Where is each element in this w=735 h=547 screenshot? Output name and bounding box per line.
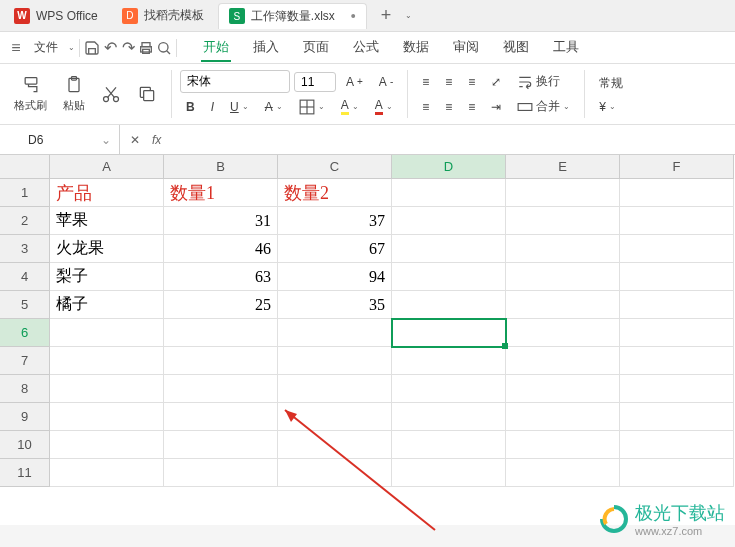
cell-c4[interactable]: 94 [278,263,392,291]
undo-icon[interactable]: ↶ [102,40,118,56]
align-left-button[interactable]: ≡ [416,97,435,117]
font-family-select[interactable]: 宋体 [180,70,290,93]
cell[interactable] [620,459,734,487]
row-header[interactable]: 9 [0,403,50,431]
cell[interactable] [392,459,506,487]
cell-d3[interactable] [392,235,506,263]
cell-b6[interactable] [164,319,278,347]
cell[interactable] [392,431,506,459]
merge-button[interactable]: 合并⌄ [511,95,576,118]
cut-button[interactable] [95,80,127,108]
cell-f6[interactable] [620,319,734,347]
tab-overflow-icon[interactable]: ⌄ [405,11,412,20]
cell-c3[interactable]: 67 [278,235,392,263]
cell[interactable] [164,459,278,487]
save-icon[interactable] [84,40,100,56]
cell-b3[interactable]: 46 [164,235,278,263]
cell[interactable] [50,347,164,375]
ribbon-tab-formula[interactable]: 公式 [351,34,381,62]
currency-button[interactable]: ¥⌄ [593,97,622,117]
cell[interactable] [164,347,278,375]
format-painter-button[interactable]: 格式刷 [8,71,53,117]
row-header[interactable]: 8 [0,375,50,403]
cell-b5[interactable]: 25 [164,291,278,319]
ribbon-tab-page[interactable]: 页面 [301,34,331,62]
cell-d2[interactable] [392,207,506,235]
font-color-button[interactable]: A⌄ [369,95,399,118]
cell[interactable] [620,347,734,375]
col-header-d[interactable]: D [392,155,506,179]
align-bottom-button[interactable]: ≡ [462,72,481,92]
cell-a6[interactable] [50,319,164,347]
align-center-button[interactable]: ≡ [439,97,458,117]
cell[interactable] [278,431,392,459]
col-header-b[interactable]: B [164,155,278,179]
align-top-button[interactable]: ≡ [416,72,435,92]
cell-a2[interactable]: 苹果 [50,207,164,235]
ribbon-tab-start[interactable]: 开始 [201,34,231,62]
cell[interactable] [164,403,278,431]
fill-color-button[interactable]: A⌄ [335,95,365,118]
italic-button[interactable]: I [205,97,220,117]
cell-f5[interactable] [620,291,734,319]
paste-button[interactable]: 粘贴 [57,71,91,117]
underline-button[interactable]: U⌄ [224,97,255,117]
cell-d1[interactable] [392,179,506,207]
cell-c1[interactable]: 数量2 [278,179,392,207]
cancel-icon[interactable]: ✕ [130,133,140,147]
selection-handle[interactable] [502,343,508,349]
cell-b2[interactable]: 31 [164,207,278,235]
cell-e3[interactable] [506,235,620,263]
cell[interactable] [392,347,506,375]
cell-a4[interactable]: 梨子 [50,263,164,291]
cell-b4[interactable]: 63 [164,263,278,291]
row-header[interactable]: 5 [0,291,50,319]
cell[interactable] [392,403,506,431]
name-box[interactable]: D6 [0,125,120,154]
cell-f4[interactable] [620,263,734,291]
cell[interactable] [506,403,620,431]
tab-close-icon[interactable]: • [351,8,356,24]
cell[interactable] [620,375,734,403]
row-header[interactable]: 11 [0,459,50,487]
cell[interactable] [506,459,620,487]
cell-b1[interactable]: 数量1 [164,179,278,207]
tab-add-button[interactable]: + [371,5,402,26]
menu-icon[interactable]: ≡ [8,40,24,56]
col-header-f[interactable]: F [620,155,734,179]
cell-d5[interactable] [392,291,506,319]
cell-c2[interactable]: 37 [278,207,392,235]
row-header[interactable]: 4 [0,263,50,291]
cell[interactable] [506,347,620,375]
cell-e4[interactable] [506,263,620,291]
bold-button[interactable]: B [180,97,201,117]
cell[interactable] [278,459,392,487]
cell[interactable] [50,403,164,431]
cell-c6[interactable] [278,319,392,347]
cell[interactable] [278,375,392,403]
cell-f1[interactable] [620,179,734,207]
increase-font-button[interactable]: A+ [340,72,369,92]
border-button[interactable]: ⌄ [293,96,331,118]
cell-d6-selected[interactable] [392,319,506,347]
preview-icon[interactable] [156,40,172,56]
copy-button[interactable] [131,80,163,108]
cell-e2[interactable] [506,207,620,235]
cell-e5[interactable] [506,291,620,319]
cell[interactable] [620,403,734,431]
font-size-select[interactable]: 11 [294,72,336,92]
cell[interactable] [506,431,620,459]
align-right-button[interactable]: ≡ [462,97,481,117]
cell[interactable] [164,375,278,403]
cell[interactable] [50,459,164,487]
ribbon-tab-data[interactable]: 数据 [401,34,431,62]
tab-workbook[interactable]: S 工作簿数量.xlsx • [218,3,367,29]
align-middle-button[interactable]: ≡ [439,72,458,92]
cell-e6[interactable] [506,319,620,347]
cell[interactable] [164,431,278,459]
cell-f3[interactable] [620,235,734,263]
ribbon-tab-view[interactable]: 视图 [501,34,531,62]
ribbon-tab-review[interactable]: 审阅 [451,34,481,62]
cell-a3[interactable]: 火龙果 [50,235,164,263]
ribbon-tab-insert[interactable]: 插入 [251,34,281,62]
